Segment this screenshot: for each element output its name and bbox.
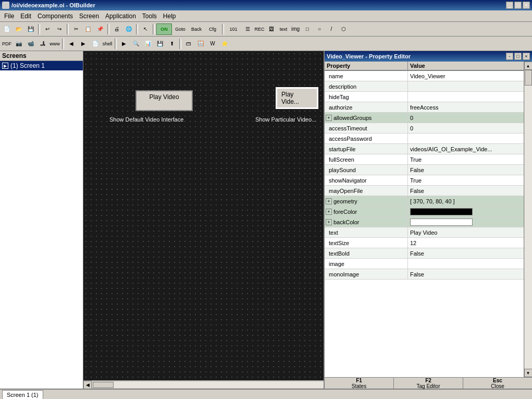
tb2-win[interactable]: 🪟 bbox=[195, 38, 206, 50]
status-tab-screen1[interactable]: Screen 1 (1) bbox=[2, 390, 43, 399]
fkey-esc[interactable]: Esc Close bbox=[463, 378, 532, 389]
tb-cut[interactable]: ✂ bbox=[70, 23, 82, 35]
prop-key-accessTimeout: accessTimeout bbox=[325, 123, 408, 133]
fkey-f1[interactable]: F1 States bbox=[325, 378, 394, 389]
tb-cfg[interactable]: Cfg bbox=[205, 23, 220, 35]
maximize-button[interactable]: □ bbox=[514, 2, 522, 9]
tb2-img3[interactable]: 🏞 bbox=[37, 38, 48, 50]
tb-cursor[interactable]: ↖ bbox=[140, 23, 151, 35]
menu-tools[interactable]: Tools bbox=[139, 11, 160, 21]
prop-val-textBold: False bbox=[408, 248, 532, 258]
tb-rec[interactable]: REC bbox=[254, 23, 265, 35]
tb-goto[interactable]: Goto bbox=[172, 23, 188, 35]
color-swatch-foreColor bbox=[410, 208, 473, 215]
menu-file[interactable]: File bbox=[1, 11, 17, 21]
tb-sep3 bbox=[107, 24, 109, 34]
tb2-save2[interactable]: 💾 bbox=[154, 38, 166, 50]
prop-expand-foreColor[interactable]: + bbox=[326, 209, 332, 215]
tb-text-tool[interactable]: text bbox=[278, 23, 289, 35]
prop-editor-title: Video_Viewer - Property Editor bbox=[327, 53, 411, 59]
prop-row-description: description bbox=[325, 81, 532, 92]
tb-sep2 bbox=[67, 24, 69, 34]
prop-key-textSize: textSize bbox=[325, 238, 408, 248]
tb-101[interactable]: 101 bbox=[226, 23, 241, 35]
prop-col-value: Value bbox=[408, 62, 532, 70]
tb-sep5 bbox=[153, 24, 155, 34]
tb2-nav-back[interactable]: ◀ bbox=[66, 38, 77, 50]
prop-val-monoImage: False bbox=[408, 269, 532, 279]
prop-table-header: Property Value bbox=[325, 62, 532, 71]
prop-row-name: nameVideo_Viewer bbox=[325, 71, 532, 81]
tb2-nav-fwd[interactable]: ▶ bbox=[78, 38, 89, 50]
tb-poly[interactable]: ⬡ bbox=[338, 23, 349, 35]
vscroll-track bbox=[525, 70, 532, 369]
tb-new[interactable]: 📄 bbox=[1, 23, 13, 35]
minimize-button[interactable]: _ bbox=[506, 2, 513, 9]
tb-run[interactable]: ON bbox=[156, 23, 172, 35]
widget-play-video-1[interactable]: Play Video bbox=[135, 90, 193, 111]
menu-help[interactable]: Help bbox=[160, 11, 179, 21]
scroll-thumb[interactable] bbox=[93, 382, 114, 388]
tb-redo[interactable]: ↪ bbox=[54, 23, 65, 35]
tb-img2[interactable]: img bbox=[290, 23, 301, 35]
vscroll-thumb[interactable] bbox=[525, 70, 532, 86]
prop-row-fullScreen: fullScreenTrue bbox=[325, 154, 532, 165]
tb2-shell[interactable]: shell bbox=[102, 38, 113, 50]
tb-paste[interactable]: 📌 bbox=[94, 23, 106, 35]
menu-components[interactable]: Components bbox=[34, 11, 76, 21]
tb2-w2[interactable]: W bbox=[207, 38, 218, 50]
widget-btn-label-2: Play Vide... bbox=[281, 91, 313, 105]
tb-line[interactable]: / bbox=[326, 23, 337, 35]
tb-list[interactable]: ☰ bbox=[242, 23, 253, 35]
tb-rect[interactable]: □ bbox=[302, 23, 313, 35]
prop-minimize-btn[interactable]: - bbox=[506, 53, 513, 60]
widget-btn-label-1: Play Video bbox=[149, 93, 179, 101]
prop-val-allowedGroups: 0 bbox=[408, 113, 532, 123]
prop-row-foreColor: +foreColor bbox=[325, 207, 532, 217]
tb-img[interactable]: 🖼 bbox=[266, 23, 277, 35]
menu-screen[interactable]: Screen bbox=[76, 11, 102, 21]
tb2-pdf[interactable]: PDF bbox=[1, 38, 13, 50]
prop-row-geometry: +geometry[ 370, 70, 80, 40 ] bbox=[325, 196, 532, 207]
tb-back[interactable]: Back bbox=[189, 23, 204, 35]
tb2-search[interactable]: 🔍 bbox=[130, 38, 142, 50]
fkey-f2[interactable]: F2 Tag Editor bbox=[394, 378, 463, 389]
tb2-www[interactable]: www bbox=[49, 38, 60, 50]
tb-circle[interactable]: ○ bbox=[314, 23, 325, 35]
prop-val-accessTimeout: 0 bbox=[408, 123, 532, 133]
tb-print[interactable]: 🖨 bbox=[111, 23, 122, 35]
menu-edit[interactable]: Edit bbox=[17, 11, 34, 21]
prop-vscrollbar[interactable]: ▲ ▼ bbox=[524, 62, 532, 377]
tb2-play[interactable]: ▶ bbox=[118, 38, 130, 50]
prop-close-btn[interactable]: × bbox=[523, 53, 530, 60]
vscroll-up-btn[interactable]: ▲ bbox=[524, 62, 533, 70]
prop-maximize-btn[interactable]: □ bbox=[514, 53, 522, 60]
close-button[interactable]: × bbox=[523, 2, 530, 9]
prop-expand-allowedGroups[interactable]: + bbox=[326, 115, 332, 121]
prop-expand-geometry[interactable]: + bbox=[326, 198, 332, 204]
tb-open[interactable]: 📂 bbox=[13, 23, 24, 35]
tb2-star[interactable]: ⭐ bbox=[219, 38, 230, 50]
tb-web[interactable]: 🌐 bbox=[123, 23, 134, 35]
tb-save[interactable]: 💾 bbox=[25, 23, 36, 35]
scroll-left-btn[interactable]: ◀ bbox=[83, 381, 92, 389]
prop-row-showNavigator: showNavigatorTrue bbox=[325, 175, 532, 186]
tb2-cam[interactable]: 📷 bbox=[13, 38, 24, 50]
prop-col-property: Property bbox=[325, 62, 408, 70]
main-area: Screens ▶ (1) Screen 1 Play Video Show D… bbox=[0, 51, 532, 389]
tb2-graph[interactable]: 📊 bbox=[142, 38, 154, 50]
screen-item-1[interactable]: ▶ (1) Screen 1 bbox=[0, 61, 83, 70]
prop-expand-backColor[interactable]: + bbox=[326, 219, 332, 225]
tb2-db[interactable]: 🗃 bbox=[183, 38, 194, 50]
prop-row-authorize: authorizefreeAccess bbox=[325, 102, 532, 113]
prop-key-startupFile: startupFile bbox=[325, 144, 408, 154]
tb2-doc[interactable]: 📄 bbox=[90, 38, 101, 50]
tb-copy[interactable]: 📋 bbox=[82, 23, 94, 35]
tb2-upload[interactable]: ⬆ bbox=[166, 38, 178, 50]
menu-application[interactable]: Application bbox=[102, 11, 139, 21]
widget-play-video-2[interactable]: Play Vide... bbox=[276, 88, 318, 108]
tb-undo[interactable]: ↩ bbox=[42, 23, 53, 35]
tb2-sep1 bbox=[62, 39, 64, 49]
vscroll-down-btn[interactable]: ▼ bbox=[524, 369, 533, 377]
tb2-vid[interactable]: 📹 bbox=[25, 38, 36, 50]
